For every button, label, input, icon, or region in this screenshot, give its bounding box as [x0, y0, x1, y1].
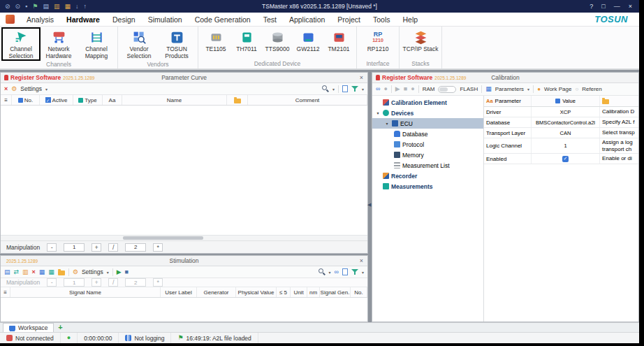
register-software-label[interactable]: Register Software	[10, 74, 61, 81]
search-icon[interactable]	[322, 85, 329, 92]
column-no[interactable]: No.	[351, 287, 367, 297]
menu-analysis[interactable]: Analysis	[20, 13, 60, 26]
chevron-down-icon[interactable]: ▾	[107, 270, 109, 275]
rp1210-button[interactable]: RP 1210 RP1210	[359, 28, 397, 53]
vendor-selection-button[interactable]: Vendor Selection	[120, 28, 158, 60]
upload-icon[interactable]: ↑	[83, 3, 87, 10]
network-hardware-button[interactable]: Network Hardware	[40, 28, 78, 60]
column-signal-gen[interactable]: Signal Gen.	[320, 287, 351, 297]
stimulation-table-body[interactable]	[1, 298, 367, 322]
tree-item-database[interactable]: Database	[372, 129, 483, 139]
tosun-products-button[interactable]: TOSUN Products	[158, 28, 196, 60]
chevron-down-icon[interactable]: ▾	[45, 87, 47, 92]
work-page-radio-icon[interactable]: ●	[537, 86, 541, 92]
copy-icon[interactable]: ▥	[22, 269, 29, 275]
menu-code-generation[interactable]: Code Generation	[189, 13, 257, 26]
column-no[interactable]: No.	[12, 95, 40, 105]
menu-test[interactable]: Test	[257, 13, 283, 26]
column-folder[interactable]	[227, 95, 248, 105]
record-icon[interactable]: ⊙	[15, 3, 21, 10]
layout-icon[interactable]: ▤	[43, 3, 49, 10]
th7011-button[interactable]: TH7011	[231, 28, 262, 53]
multiply-button[interactable]: *	[153, 243, 163, 252]
tree-item-memory[interactable]: Memory	[372, 150, 483, 160]
channel-selection-button[interactable]: Channel Selection	[2, 28, 40, 60]
reference-page-radio-icon[interactable]: ○	[575, 86, 578, 92]
workspace-tab[interactable]: Workspace	[3, 323, 54, 332]
stop-icon[interactable]: ■	[125, 269, 129, 275]
close-panel-icon[interactable]: ×	[356, 74, 367, 81]
menu-help[interactable]: Help	[397, 13, 425, 26]
chevron-down-icon[interactable]: ▾	[329, 270, 331, 275]
delete-icon[interactable]: ×	[32, 269, 36, 275]
ram-flash-toggle[interactable]	[438, 86, 456, 93]
table-row-logic-channel[interactable]: Logic Channel 1 Assign a log transport c…	[484, 138, 638, 154]
te1105-button[interactable]: TE1105	[200, 28, 231, 53]
divide-button[interactable]: /	[108, 243, 118, 252]
menu-tools[interactable]: Tools	[367, 13, 397, 26]
chevron-down-icon[interactable]: ▾	[362, 270, 364, 275]
multiply-button[interactable]: *	[153, 278, 163, 287]
collapse-arrow-icon[interactable]: ◀	[367, 202, 371, 208]
column-value[interactable]: Value	[532, 96, 600, 106]
folder-icon[interactable]	[58, 271, 65, 275]
chevron-down-icon[interactable]: ▾	[332, 87, 335, 92]
tcpip-stack-button[interactable]: TCP/IP Stack	[402, 28, 439, 53]
app-icon[interactable]	[6, 15, 15, 24]
value-cell[interactable]: 1	[532, 138, 600, 153]
value-cell[interactable]: XCP	[532, 107, 600, 117]
menu-simulation[interactable]: Simulation	[142, 13, 189, 26]
connection-status[interactable]: Not connected	[0, 333, 61, 343]
tts9000-button[interactable]: TTS9000	[262, 28, 293, 53]
decrement-button[interactable]: -	[47, 278, 57, 287]
calendar2-icon[interactable]: ▦	[48, 269, 54, 275]
step-value-field[interactable]: 1	[64, 278, 85, 287]
menu-project[interactable]: Project	[331, 13, 367, 26]
column-nm[interactable]: nm	[307, 287, 320, 297]
table-row-transport-layer[interactable]: Transport Layer CAN Select transp	[484, 128, 638, 138]
column-generator[interactable]: Generator	[197, 287, 236, 297]
maximize-button[interactable]: □	[601, 3, 605, 10]
column-description[interactable]	[600, 96, 638, 106]
page-icon[interactable]	[342, 85, 348, 92]
column-name[interactable]: Name	[122, 95, 227, 105]
decrement-button[interactable]: -	[47, 243, 57, 252]
enabled-checkbox[interactable]: ✓	[562, 156, 569, 162]
panel-splitter[interactable]: ◀	[368, 72, 372, 322]
tree-item-devices[interactable]: ▾ Devices	[372, 108, 483, 118]
link-icon[interactable]: ⊘	[5, 3, 10, 10]
delete-icon[interactable]: ×	[4, 86, 8, 92]
column-parameter[interactable]: AaParameter	[484, 96, 532, 106]
download-icon[interactable]: ↓	[75, 3, 79, 10]
play-icon[interactable]: ▶	[117, 269, 122, 275]
gw2112-button[interactable]: GW2112	[293, 28, 323, 53]
row-handle-column[interactable]: ≡	[1, 95, 12, 105]
page-icon[interactable]	[342, 268, 348, 275]
column-aa[interactable]: Aa	[103, 95, 122, 105]
link-icon[interactable]: ∞	[335, 269, 339, 275]
column-signal-name[interactable]: Signal Name	[10, 287, 161, 297]
column-type[interactable]: Type	[73, 95, 103, 105]
column-comment[interactable]: Comment	[248, 95, 367, 105]
step-value-field[interactable]: 1	[64, 243, 85, 252]
value-cell[interactable]: BMSContactorControl.a2l	[532, 117, 600, 127]
chevron-down-icon[interactable]: ▾	[362, 87, 364, 92]
logging-status[interactable]: Not logging	[119, 333, 171, 343]
settings-button[interactable]: Settings	[82, 268, 103, 275]
factor-value-field[interactable]: 2	[125, 243, 146, 252]
search-icon[interactable]	[319, 268, 325, 275]
flag-icon[interactable]: ⚑	[32, 3, 38, 10]
table-row-driver[interactable]: Driver XCP Calibration D	[484, 107, 638, 117]
table-row-database[interactable]: Database BMSContactorControl.a2l Specify…	[484, 117, 638, 128]
record2-icon[interactable]: ●	[411, 86, 414, 92]
filter-icon[interactable]	[351, 268, 358, 275]
filter-icon[interactable]	[351, 85, 358, 92]
divide-button[interactable]: /	[108, 278, 118, 287]
column-user-label[interactable]: User Label	[161, 287, 197, 297]
menu-hardware[interactable]: Hardware	[60, 13, 106, 26]
close-button[interactable]: ×	[629, 3, 632, 10]
scrollbar-thumb[interactable]	[123, 236, 203, 240]
add-workspace-button[interactable]: +	[58, 324, 62, 332]
channel-mapping-button[interactable]: Channel Mapping	[78, 28, 115, 60]
tree-item-calibration-element[interactable]: Calibration Element	[372, 97, 483, 108]
